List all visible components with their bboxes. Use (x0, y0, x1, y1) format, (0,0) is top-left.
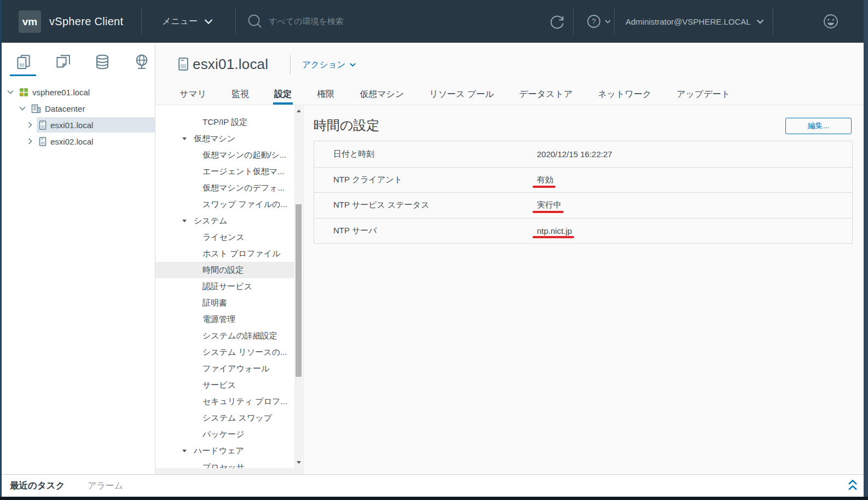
recent-tasks-button[interactable]: 最近のタスク (10, 475, 65, 497)
divider (614, 8, 615, 35)
time-settings-content: 時間の設定 編集... 日付と時刻 2020/12/15 16:22:27 NT… (304, 105, 864, 474)
settings-nav-item[interactable]: ファイアウォール (155, 360, 294, 377)
menu-button[interactable]: メニュー (162, 0, 213, 43)
settings-nav-group[interactable]: 仮想マシン (155, 130, 294, 147)
networking-icon[interactable] (134, 54, 150, 70)
settings-nav-item[interactable]: プロセッサ (155, 459, 294, 468)
chevron-down-icon (605, 20, 611, 24)
alarms-button[interactable]: アラーム (88, 475, 123, 497)
app-title: vSphere Client (49, 0, 123, 43)
vmware-logo[interactable]: vm (19, 10, 41, 33)
settings-nav-item[interactable]: 仮想マシンの起動/シ... (155, 147, 294, 163)
settings-nav-item[interactable]: スワップ ファイルの... (155, 196, 294, 212)
settings-nav-item[interactable]: 仮想マシンのデフォ... (155, 180, 294, 196)
vms-and-templates-icon[interactable] (55, 54, 71, 70)
divider (773, 8, 773, 35)
vsphere-client-window: vm vSphere Client メニュー すべての環境を検索 ? Admin… (0, 0, 868, 500)
scroll-down-arrow[interactable] (297, 461, 301, 464)
tree-item-esxi02[interactable]: esxi02.local (2, 134, 155, 149)
footer-bar: 最近のタスク アラーム (0, 474, 868, 497)
settings-nav-item[interactable]: ホスト プロファイル (155, 245, 294, 262)
scroll-up-arrow[interactable] (297, 110, 301, 112)
storage-icon[interactable] (94, 54, 111, 70)
settings-nav-item[interactable]: 証明書 (155, 295, 294, 311)
divider (141, 8, 142, 35)
settings-nav-item[interactable]: ライセンス (155, 229, 294, 245)
tab-summary[interactable]: サマリ (180, 80, 206, 105)
search-placeholder: すべての環境を検索 (269, 16, 344, 27)
actions-button[interactable]: アクション (302, 46, 356, 83)
tree-item-esxi01[interactable]: esxi01.local (2, 117, 155, 133)
content-heading: 時間の設定 (314, 117, 380, 134)
divider (573, 8, 574, 35)
tab-updates[interactable]: アップデート (676, 80, 730, 105)
table-row: NTP サーバ ntp.nict.jp (314, 218, 852, 244)
hosts-and-clusters-icon[interactable] (15, 54, 32, 70)
tab-permissions[interactable]: 権限 (317, 80, 334, 105)
object-header: esxi01.local アクション (155, 43, 864, 80)
refresh-button[interactable] (548, 13, 566, 33)
active-inventory-tab-underline (10, 74, 36, 76)
table-row: NTP クライアント 有効 (314, 167, 852, 193)
settings-nav-item[interactable]: 認証サービス (155, 278, 294, 295)
table-row: NTP サービス ステータス 実行中 (314, 192, 852, 218)
user-name: Administrator@VSPHERE.LOCAL (626, 17, 751, 26)
chevron-down-icon (204, 19, 213, 24)
tree-item-datacenter[interactable]: Datacenter (2, 101, 155, 116)
edit-button[interactable]: 編集... (785, 118, 852, 134)
tree-item-label: Datacenter (45, 104, 85, 113)
settings-nav-item[interactable]: セキュリティ プロフ... (155, 393, 294, 410)
settings-nav-item[interactable]: システム リソースの... (155, 344, 294, 360)
settings-nav-item[interactable]: システム スワップ (155, 410, 294, 426)
search-icon (247, 14, 263, 29)
row-label: NTP クライアント (333, 175, 537, 185)
settings-nav-item-selected[interactable]: 時間の設定 (155, 262, 294, 278)
global-search[interactable]: すべての環境を検索 (247, 0, 344, 43)
settings-nav-item[interactable]: 電源管理 (155, 311, 294, 327)
tab-vms[interactable]: 仮想マシン (360, 80, 404, 105)
tab-networks[interactable]: ネットワーク (598, 80, 651, 105)
divider (290, 55, 291, 74)
row-value: ntp.nict.jp (537, 226, 572, 235)
tree-item-label: esxi02.local (50, 137, 93, 146)
help-button[interactable]: ? (587, 14, 611, 28)
tab-datastores[interactable]: データストア (519, 80, 573, 105)
chevron-collapsed-icon (28, 138, 32, 145)
settings-nav-list: TCP/IP 設定 仮想マシン 仮想マシンの起動/シ... エージェント仮想マ.… (155, 105, 294, 468)
vcenter-icon (19, 88, 28, 97)
settings-nav-group[interactable]: ハードウェア (155, 442, 294, 459)
tree-item-label: esxi01.local (50, 120, 93, 130)
host-icon (178, 57, 189, 73)
feedback-button[interactable] (823, 13, 839, 32)
settings-nav-item[interactable]: サービス (155, 377, 294, 393)
scrollbar-thumb[interactable] (296, 204, 302, 377)
chevron-expanded-icon (7, 90, 14, 94)
chevron-down-icon (756, 19, 764, 24)
chevron-down-icon (350, 63, 356, 67)
tab-resource-pools[interactable]: リソース プール (429, 80, 494, 105)
settings-nav-scrollbar[interactable] (294, 105, 303, 468)
settings-nav-item[interactable]: エージェント仮想マ... (155, 163, 294, 180)
settings-nav-group-label: ハードウェア (194, 446, 244, 456)
triangle-expanded-icon (182, 450, 187, 452)
tab-configure[interactable]: 設定 (274, 80, 292, 105)
actions-label: アクション (302, 59, 345, 71)
settings-nav-item[interactable]: システムの詳細設定 (155, 327, 294, 344)
row-value: 2020/12/15 16:22:27 (537, 150, 612, 159)
tab-monitor[interactable]: 監視 (232, 80, 249, 105)
double-chevron-up-icon (846, 478, 859, 493)
datacenter-icon (31, 104, 41, 113)
chevron-expanded-icon (19, 106, 26, 111)
settings-nav-hscrollbar[interactable] (155, 468, 303, 474)
triangle-expanded-icon (182, 137, 187, 140)
expand-panel-button[interactable] (846, 478, 859, 495)
row-value: 有効 (537, 175, 553, 185)
refresh-icon (548, 13, 566, 31)
settings-nav-item[interactable]: パッケージ (155, 426, 294, 442)
settings-nav-item[interactable]: TCP/IP 設定 (155, 114, 294, 130)
host-icon (39, 137, 47, 146)
tree-item-vcenter[interactable]: vsphere01.local (2, 84, 155, 100)
user-menu[interactable]: Administrator@VSPHERE.LOCAL (626, 0, 764, 43)
settings-nav-group[interactable]: システム (155, 212, 294, 229)
divider (235, 8, 236, 35)
